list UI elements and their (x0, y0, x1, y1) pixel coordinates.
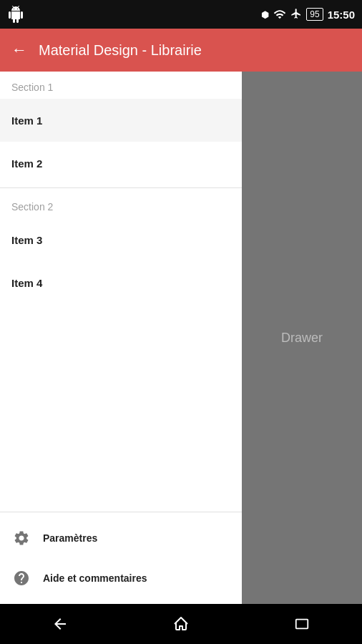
android-icon (7, 6, 24, 23)
section-1-header: Section 1 (0, 72, 242, 99)
nav-recents-button[interactable] (280, 610, 323, 638)
back-button[interactable]: ← (11, 41, 27, 59)
status-bar-right: ⬢ 95 15:50 (261, 8, 355, 21)
drawer-bottom: Paramètres Aide et commentaires (0, 512, 242, 604)
drawer-list: Section 1 Item 1 Item 2 Section 2 Item 3… (0, 72, 242, 512)
battery-indicator: 95 (306, 8, 323, 21)
nav-recents-icon (294, 616, 310, 632)
help-label: Aide et commentaires (43, 572, 147, 584)
help-action[interactable]: Aide et commentaires (0, 558, 242, 598)
gray-area: Drawer (242, 72, 362, 604)
help-icon (11, 568, 31, 588)
drawer: Section 1 Item 1 Item 2 Section 2 Item 3… (0, 72, 242, 604)
settings-action[interactable]: Paramètres (0, 518, 242, 558)
airplane-icon (290, 8, 302, 21)
drawer-item-1[interactable]: Item 1 (0, 99, 242, 142)
drawer-item-4[interactable]: Item 4 (0, 261, 242, 304)
drawer-text-label: Drawer (281, 331, 323, 346)
time-display: 15:50 (328, 9, 355, 21)
nav-back-icon (52, 615, 69, 633)
nav-home-button[interactable] (160, 610, 202, 638)
drawer-item-3[interactable]: Item 3 (0, 218, 242, 261)
drawer-item-2[interactable]: Item 2 (0, 142, 242, 185)
nav-home-icon (172, 615, 190, 633)
nav-bar (0, 604, 362, 644)
app-bar: ← Material Design - Librairie (0, 29, 362, 72)
nav-back-button[interactable] (39, 610, 82, 638)
section-2-header: Section 2 (0, 191, 242, 218)
settings-label: Paramètres (43, 532, 97, 544)
status-bar-left (7, 6, 24, 23)
bluetooth-icon: ⬢ (261, 9, 269, 20)
app-title: Material Design - Librairie (39, 42, 202, 59)
wifi-icon (273, 9, 286, 21)
svg-rect-0 (295, 620, 308, 629)
gear-icon (11, 528, 31, 548)
main-area: Section 1 Item 1 Item 2 Section 2 Item 3… (0, 72, 362, 604)
status-bar: ⬢ 95 15:50 (0, 0, 362, 29)
section-divider (0, 187, 242, 188)
